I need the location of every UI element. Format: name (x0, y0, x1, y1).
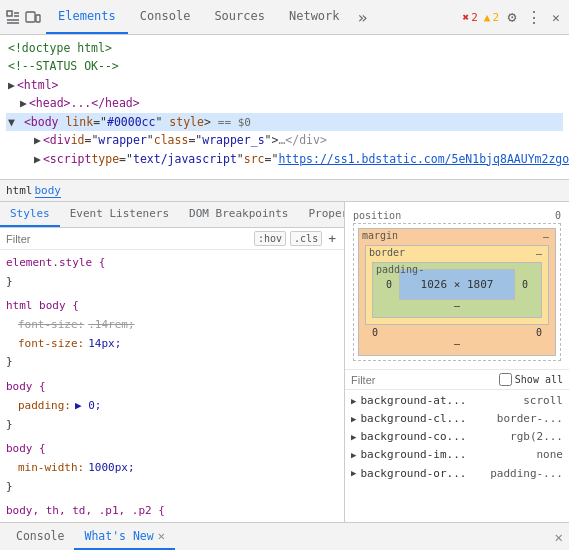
close-devtools-icon[interactable]: ✕ (547, 8, 565, 26)
error-icon: ✖ (463, 11, 470, 24)
prop-row-bg-clip[interactable]: ▶ background-cl... border-... (351, 410, 563, 428)
bottom-tab-whats-new[interactable]: What's New ✕ (74, 523, 174, 550)
svg-rect-5 (26, 12, 35, 22)
breadcrumb-body[interactable]: body (35, 184, 62, 198)
more-tabs-icon[interactable]: » (354, 8, 372, 26)
html-panel: <!doctype html> <!--STATUS OK--> ▶ <html… (0, 35, 569, 180)
tab-network[interactable]: Network (277, 0, 352, 34)
styles-tabs: Styles Event Listeners DOM Breakpoints P… (0, 202, 344, 228)
padding-bottom-val: – (379, 300, 535, 311)
computed-filter-bar: Show all (345, 369, 569, 390)
prop-expand-icon: ▶ (351, 430, 356, 445)
box-panel: position 0 margin – border – padding- (345, 202, 569, 522)
html-line-status: <!--STATUS OK--> (6, 57, 563, 75)
prop-row-bg-image[interactable]: ▶ background-im... none (351, 446, 563, 464)
expand-script-arrow[interactable]: ▶ (34, 150, 41, 168)
margin-sides: 0 0 (365, 327, 549, 338)
html-line-body[interactable]: ▼ <body link="#0000cc" style> == $0 (6, 113, 563, 132)
css-rule-body-minwidth: body { min-width:1000px; } (6, 440, 338, 496)
hov-button[interactable]: :hov (254, 231, 286, 246)
expand-body-arrow[interactable]: ▼ (8, 115, 15, 129)
html-line-wrapper[interactable]: ▶ <div id="wrapper" class="wrapper_s"> …… (6, 131, 563, 149)
inspect-icon[interactable] (4, 8, 22, 26)
prop-expand-icon: ▶ (351, 412, 356, 427)
device-icon[interactable] (24, 8, 42, 26)
html-line-html[interactable]: ▶ <html> (6, 76, 563, 94)
bottom-tab-console[interactable]: Console (6, 523, 74, 550)
toolbar-icons (4, 8, 42, 26)
styles-filter-bar: :hov .cls + (0, 228, 344, 250)
bottom-close-button[interactable]: ✕ (555, 529, 563, 545)
prop-row-bg-origin[interactable]: ▶ background-or... padding-... (351, 465, 563, 483)
warning-icon: ▲ (484, 11, 491, 24)
bottom-bar: Console What's New ✕ ✕ (0, 522, 569, 550)
settings-icon[interactable]: ⚙ (503, 8, 521, 26)
styles-filter-input[interactable] (6, 233, 250, 245)
prop-expand-icon: ▶ (351, 394, 356, 409)
css-rule-body-padding: body { padding:▶ 0; } (6, 378, 338, 434)
styles-panel: Styles Event Listeners DOM Breakpoints P… (0, 202, 345, 522)
prop-expand-icon: ▶ (351, 466, 356, 481)
svg-rect-6 (36, 15, 40, 22)
cls-button[interactable]: .cls (290, 231, 322, 246)
prop-expand-icon: ▶ (351, 448, 356, 463)
tabs-bar: Elements Console Sources Network » (46, 0, 463, 34)
box-model-area: position 0 margin – border – padding- (345, 202, 569, 369)
tab-elements[interactable]: Elements (46, 0, 128, 34)
html-line-script[interactable]: ▶ <script type="text/javascript" src="ht… (6, 150, 563, 168)
css-rule-element-style: element.style { } (6, 254, 338, 291)
error-count: 2 (471, 11, 478, 24)
svg-rect-0 (7, 11, 12, 16)
main-content: Styles Event Listeners DOM Breakpoints P… (0, 202, 569, 522)
toolbar: Elements Console Sources Network » ✖ 2 ▲… (0, 0, 569, 35)
tab-event-listeners[interactable]: Event Listeners (60, 202, 179, 227)
computed-props-list: ▶ background-at... scroll ▶ background-c… (345, 390, 569, 522)
expand-wrapper-arrow[interactable]: ▶ (34, 131, 41, 149)
prop-row-bg-color[interactable]: ▶ background-co... rgb(2... (351, 428, 563, 446)
expand-html-arrow[interactable]: ▶ (8, 76, 15, 94)
tab-dom-breakpoints[interactable]: DOM Breakpoints (179, 202, 298, 227)
more-options-icon[interactable]: ⋮ (525, 8, 543, 26)
prop-row-bg-attachment[interactable]: ▶ background-at... scroll (351, 392, 563, 410)
error-badge: ✖ 2 ▲ 2 (463, 11, 500, 24)
breadcrumb: html body (0, 180, 569, 202)
show-all-checkbox[interactable] (499, 373, 512, 386)
show-all-label: Show all (499, 373, 563, 386)
box-padding: padding- 0 1026 × 1807 0 – (372, 262, 542, 318)
position-label: position 0 (353, 210, 561, 221)
expand-head-arrow[interactable]: ▶ (20, 94, 27, 112)
computed-filter-input[interactable] (351, 374, 495, 386)
box-position: margin – border – padding- 0 (353, 223, 561, 361)
whats-new-close-icon[interactable]: ✕ (158, 529, 165, 543)
warning-count: 2 (492, 11, 499, 24)
box-border: border – padding- 0 1026 × 1807 (365, 245, 549, 325)
styles-content: element.style { } html body { font-size:… (0, 250, 344, 522)
css-rule-body-font: body, th, td, .p1, .p2 { font-family:ari… (6, 502, 338, 522)
add-style-button[interactable]: + (326, 231, 338, 246)
breadcrumb-html[interactable]: html (6, 184, 33, 197)
tab-console[interactable]: Console (128, 0, 203, 34)
margin-bottom-val: – (365, 338, 549, 349)
html-line-head[interactable]: ▶ <head>...</head> (6, 94, 563, 112)
tab-styles[interactable]: Styles (0, 202, 60, 227)
html-line-doctype: <!doctype html> (6, 39, 563, 57)
toolbar-right: ✖ 2 ▲ 2 ⚙ ⋮ ✕ (463, 8, 566, 26)
tab-sources[interactable]: Sources (202, 0, 277, 34)
css-rule-html-body: html body { font-size:.14rem; font-size:… (6, 297, 338, 372)
box-margin: margin – border – padding- 0 (358, 228, 556, 356)
tab-properties[interactable]: Properties (298, 202, 345, 227)
